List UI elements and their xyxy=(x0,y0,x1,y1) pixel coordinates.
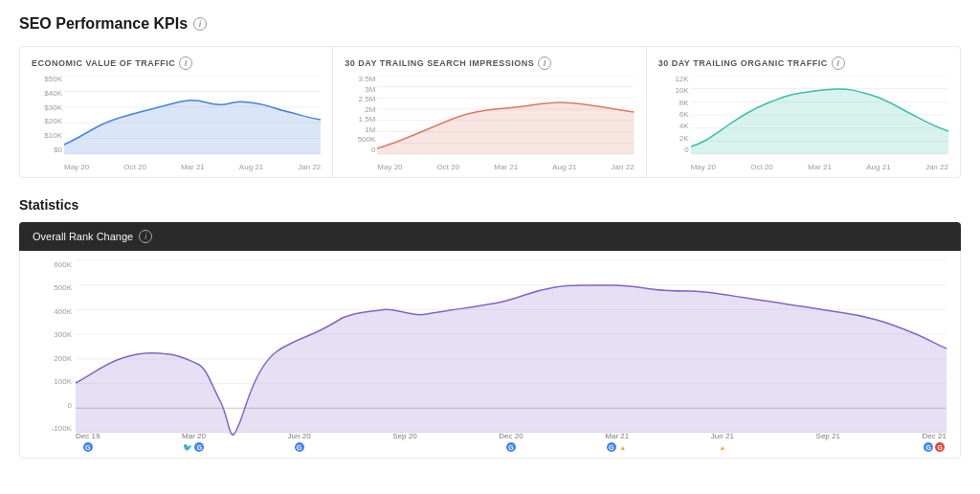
x-label-mar21: Mar 21 G ▲ xyxy=(605,432,629,452)
x-label-dec20: Dec 20 G xyxy=(499,432,523,452)
kpi-label-impressions: 30 DAY TRAILING SEARCH IMPRESSIONS i xyxy=(345,56,634,70)
x-label-jun20: Jun 20 G xyxy=(288,432,311,452)
google-icon-red: G xyxy=(935,442,945,452)
kpi-svg-organic xyxy=(691,76,948,154)
kpi-chart-impressions: 3.5M3M2.5M2M1.5M1M500K0 May 20Oct 20 xyxy=(345,76,634,171)
kpi-x-labels-economic: May 20Oct 20Mar 21Aug 21Jan 22 xyxy=(64,163,321,171)
kpi-svg-impressions xyxy=(377,76,634,154)
google-icon: G xyxy=(924,442,933,452)
kpi-info-icon-impressions[interactable]: i xyxy=(538,56,551,70)
kpi-info-icon-organic[interactable]: i xyxy=(832,56,845,70)
kpi-card-economic-value: ECONOMIC VALUE OF TRAFFIC i $50K$40K$30K… xyxy=(20,47,333,177)
kpi-card-organic: 30 DAY TRAILING ORGANIC TRAFFIC i 12K10K… xyxy=(647,47,960,177)
ga-icon: ▲ xyxy=(718,442,727,452)
page-title: SEO Performance KPIs i xyxy=(19,15,961,33)
x-label-dec21: Dec 21 G G xyxy=(923,432,947,452)
google-icon: G xyxy=(506,442,516,452)
kpi-chart-economic: $50K$40K$30K$20K$10K$0 May 20Oct 20Mar 2… xyxy=(32,76,321,171)
google-icon: G xyxy=(607,442,616,452)
x-label-mar20: Mar 20 🐦 G xyxy=(182,432,206,452)
kpi-info-icon-economic[interactable]: i xyxy=(179,56,192,70)
x-label-sep21: Sep 21 xyxy=(816,432,840,452)
kpi-chart-organic: 12K10K8K6K4K2K0 May 20Oct 20Mar 21Aug 21… xyxy=(658,76,948,171)
stats-chart-header: Overall Rank Change i xyxy=(19,222,961,251)
kpi-svg-economic xyxy=(64,76,321,154)
title-text: SEO Performance KPIs xyxy=(19,15,188,33)
page-title-info-icon[interactable]: i xyxy=(193,17,207,31)
stats-svg-wrap xyxy=(76,260,947,433)
statistics-section-title: Statistics xyxy=(19,197,961,213)
x-label-dec19: Dec 19 G xyxy=(76,432,100,452)
kpi-label-economic: ECONOMIC VALUE OF TRAFFIC i xyxy=(32,56,321,70)
stats-x-labels: Dec 19 G Mar 20 🐦 G Jun 20 G xyxy=(76,432,947,452)
kpi-y-labels-organic: 12K10K8K6K4K2K0 xyxy=(658,76,689,154)
twitter-icon: 🐦 xyxy=(183,442,192,452)
google-icon: G xyxy=(194,442,204,452)
kpi-x-labels-impressions: May 20Oct 20Mar 21Aug 21Jan 22 xyxy=(377,163,634,171)
ga-icon: ▲ xyxy=(618,442,628,452)
stats-y-labels: 600K 500K 400K 300K 200K 100K 0 -100K xyxy=(33,260,72,433)
statistics-section: Statistics Overall Rank Change i 600K 50… xyxy=(19,197,961,459)
google-icon: G xyxy=(83,442,93,452)
kpi-card-impressions: 30 DAY TRAILING SEARCH IMPRESSIONS i 3.5… xyxy=(333,47,646,177)
stats-chart-info-icon[interactable]: i xyxy=(139,230,152,243)
kpi-row: ECONOMIC VALUE OF TRAFFIC i $50K$40K$30K… xyxy=(19,46,961,178)
kpi-y-labels-economic: $50K$40K$30K$20K$10K$0 xyxy=(32,76,62,154)
kpi-label-organic: 30 DAY TRAILING ORGANIC TRAFFIC i xyxy=(658,56,948,70)
stats-chart-area: 600K 500K 400K 300K 200K 100K 0 -100K xyxy=(33,260,947,452)
x-label-jun21: Jun 21 ▲ xyxy=(711,432,734,452)
kpi-x-labels-organic: May 20Oct 20Mar 21Aug 21Jan 22 xyxy=(691,163,948,171)
kpi-y-labels-impressions: 3.5M3M2.5M2M1.5M1M500K0 xyxy=(345,76,375,154)
stats-chart-container: 600K 500K 400K 300K 200K 100K 0 -100K xyxy=(19,251,961,459)
x-label-sep20: Sep 20 xyxy=(392,432,416,452)
google-icon: G xyxy=(295,442,304,452)
stats-chart-title: Overall Rank Change xyxy=(33,231,133,242)
